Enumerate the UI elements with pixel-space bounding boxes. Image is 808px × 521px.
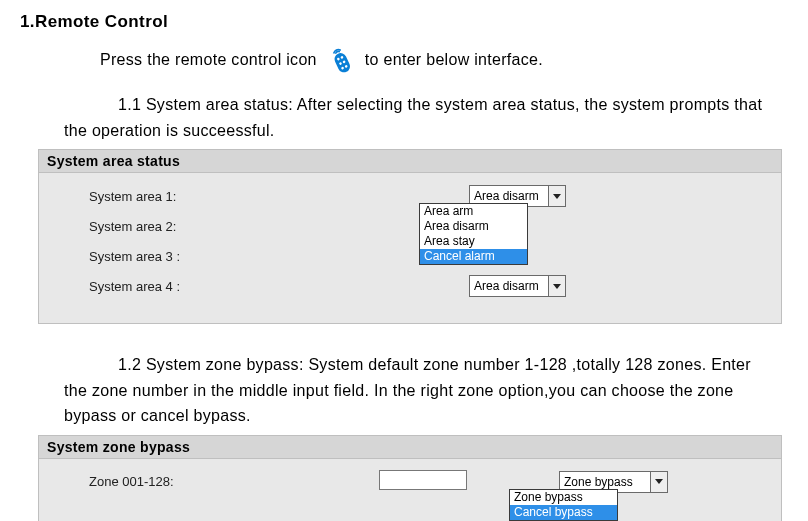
panel-title: System zone bypass	[39, 436, 781, 459]
panel-body: Zone 001-128: Zone bypass Zone bypass Ca…	[39, 459, 781, 521]
dropdown-option[interactable]: Area arm	[420, 204, 527, 219]
area-status-select-4[interactable]: Area disarm	[469, 275, 566, 297]
system-area-row: System area 4 : Area disarm	[39, 271, 781, 301]
select-value: Area disarm	[470, 276, 548, 296]
intro-text-after: to enter below interface.	[365, 51, 543, 69]
area-status-dropdown[interactable]: Area arm Area disarm Area stay Cancel al…	[419, 203, 528, 265]
panel-title: System area status	[39, 150, 781, 173]
zone-row: Zone 001-128: Zone bypass	[39, 467, 781, 497]
system-area-label: System area 2:	[39, 219, 469, 234]
intro-line: Press the remote control icon to enter b…	[100, 46, 788, 74]
svg-rect-0	[332, 51, 351, 74]
zone-label: Zone 001-128:	[39, 474, 379, 489]
system-area-row: System area 1: Area disarm	[39, 181, 781, 211]
chevron-down-icon	[548, 186, 565, 206]
zone-number-input[interactable]	[379, 470, 467, 490]
chevron-down-icon	[650, 472, 667, 492]
dropdown-option-selected[interactable]: Cancel bypass	[510, 505, 617, 520]
section-1-2-text: 1.2 System zone bypass: System default z…	[64, 352, 778, 429]
remote-control-icon	[325, 46, 357, 74]
dropdown-option[interactable]: Area stay	[420, 234, 527, 249]
system-area-label: System area 3 :	[39, 249, 469, 264]
zone-bypass-dropdown[interactable]: Zone bypass Cancel bypass	[509, 489, 618, 521]
system-area-label: System area 4 :	[39, 279, 469, 294]
intro-text-before: Press the remote control icon	[100, 51, 317, 69]
dropdown-option[interactable]: Zone bypass	[510, 490, 617, 505]
dropdown-option[interactable]: Area disarm	[420, 219, 527, 234]
system-area-row: System area 3 :	[39, 241, 781, 271]
dropdown-option-selected[interactable]: Cancel alarm	[420, 249, 527, 264]
system-area-label: System area 1:	[39, 189, 469, 204]
system-zone-bypass-panel: System zone bypass Zone 001-128: Zone by…	[38, 435, 782, 521]
system-area-row: System area 2:	[39, 211, 781, 241]
panel-body: System area 1: Area disarm System area 2…	[39, 173, 781, 323]
chevron-down-icon	[548, 276, 565, 296]
section-1-1-text: 1.1 System area status: After selecting …	[64, 92, 778, 143]
system-area-status-panel: System area status System area 1: Area d…	[38, 149, 782, 324]
heading-remote-control: 1.Remote Control	[20, 12, 788, 32]
